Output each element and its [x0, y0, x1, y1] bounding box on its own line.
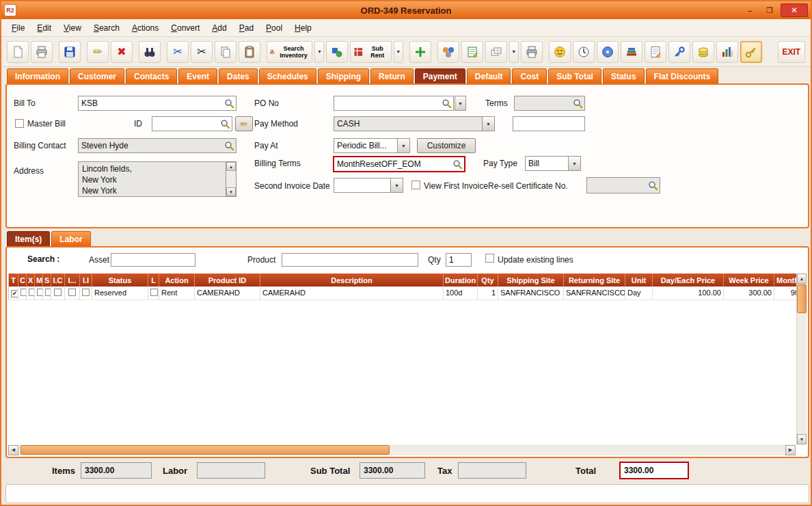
- terms-search-button[interactable]: [571, 96, 584, 110]
- sub-rent-button[interactable]: Sub Rent: [350, 41, 391, 63]
- bill-to-search-button[interactable]: [222, 96, 236, 110]
- history-button[interactable]: [573, 41, 595, 63]
- scroll-up-icon[interactable]: ▲: [226, 162, 236, 171]
- row-ic-checkbox[interactable]: [54, 289, 62, 296]
- grid-stack-button[interactable]: [485, 41, 507, 63]
- col-x[interactable]: X: [27, 274, 35, 287]
- shapes-button[interactable]: [326, 41, 348, 63]
- row-product-id[interactable]: CAMERAHD: [195, 287, 260, 299]
- minimize-button[interactable]: –: [741, 4, 759, 16]
- col-description[interactable]: Description: [260, 274, 444, 287]
- row-t-checkbox[interactable]: ✔: [11, 290, 18, 297]
- menu-file[interactable]: File: [5, 21, 31, 35]
- scroll-right-icon[interactable]: ▶: [785, 445, 796, 455]
- search-inventory-dropdown[interactable]: ▼: [314, 41, 324, 63]
- master-bill-checkbox[interactable]: [15, 119, 24, 128]
- update-existing-lines-checkbox[interactable]: [485, 254, 494, 263]
- col-t[interactable]: T: [9, 274, 18, 287]
- tab-labor[interactable]: Labor: [51, 231, 90, 246]
- tab-default[interactable]: Default: [467, 68, 511, 83]
- col-c[interactable]: C: [18, 274, 27, 287]
- col-action[interactable]: Action: [159, 274, 195, 287]
- resell-certificate-input[interactable]: [587, 178, 646, 193]
- tab-items[interactable]: Item(s): [7, 231, 50, 246]
- menu-pad[interactable]: Pad: [233, 21, 260, 35]
- qty-input[interactable]: [446, 253, 472, 267]
- billing-contact-search-button[interactable]: [222, 139, 236, 152]
- menu-view[interactable]: View: [57, 21, 87, 35]
- cut-button[interactable]: ✂: [191, 41, 213, 63]
- row-shipping-site[interactable]: SANFRANCISCO: [498, 287, 564, 299]
- find-button[interactable]: [139, 41, 161, 63]
- po-no-dropdown[interactable]: ▼: [455, 96, 466, 111]
- scroll-down-icon[interactable]: ▼: [226, 187, 236, 196]
- col-day-each-price[interactable]: Day/Each Price: [653, 274, 724, 287]
- col-s[interactable]: S: [43, 274, 51, 287]
- table-row[interactable]: ✔ Reserved Rent CAMERAHD CAMERAHD 10: [9, 287, 800, 299]
- resell-certificate-search-button[interactable]: [646, 178, 660, 193]
- tax-field[interactable]: [458, 462, 526, 479]
- menu-actions[interactable]: Actions: [126, 21, 165, 35]
- paste-button[interactable]: [239, 41, 260, 63]
- id-edit-button[interactable]: ✏: [235, 116, 253, 131]
- address-scrollbar[interactable]: ▲ ▼: [226, 162, 236, 196]
- col-duration[interactable]: Duration: [444, 274, 478, 287]
- reports-button[interactable]: [621, 41, 642, 63]
- tab-status[interactable]: Status: [603, 68, 645, 83]
- col-idots[interactable]: I...: [65, 274, 80, 287]
- asset-input[interactable]: [111, 253, 195, 267]
- pool-button[interactable]: [437, 41, 459, 63]
- key-button[interactable]: [668, 41, 690, 63]
- col-product-id[interactable]: Product ID: [195, 274, 260, 287]
- dropdown-arrow-icon[interactable]: ▼: [482, 117, 494, 131]
- menu-help[interactable]: Help: [288, 21, 318, 35]
- row-qty[interactable]: 1: [478, 287, 498, 299]
- row-unit[interactable]: Day: [625, 287, 653, 299]
- id-search-button[interactable]: [218, 117, 232, 131]
- disc-button[interactable]: [597, 41, 619, 63]
- memo-button[interactable]: [645, 41, 666, 63]
- row-x-checkbox[interactable]: [29, 289, 35, 296]
- vertical-scroll-thumb[interactable]: [797, 284, 807, 313]
- row-month-price[interactable]: 90: [774, 287, 800, 299]
- col-week-price[interactable]: Week Price: [724, 274, 774, 287]
- new-button[interactable]: [7, 41, 29, 63]
- row-day-each-price[interactable]: 100.00: [653, 287, 724, 299]
- print-button[interactable]: [31, 41, 53, 63]
- copies-button[interactable]: [521, 41, 543, 63]
- col-l[interactable]: L: [148, 274, 159, 287]
- menu-edit[interactable]: Edit: [31, 21, 57, 35]
- pay-type-combo[interactable]: Bill ▼: [525, 156, 581, 171]
- close-button[interactable]: ✕: [781, 3, 808, 17]
- menu-search[interactable]: Search: [87, 21, 126, 35]
- dropdown-arrow-icon[interactable]: ▼: [397, 139, 409, 152]
- pay-method-combo[interactable]: CASH ▼: [334, 116, 495, 131]
- labor-total-field[interactable]: [197, 462, 265, 479]
- address-box[interactable]: Lincoln fields, New York New York ▲ ▼: [78, 161, 236, 197]
- customize-button[interactable]: Customize: [417, 138, 476, 153]
- row-c-checkbox[interactable]: [21, 289, 27, 296]
- product-input[interactable]: [282, 253, 418, 267]
- row-m-checkbox[interactable]: [37, 289, 43, 296]
- row-status[interactable]: Reserved: [92, 287, 148, 299]
- total-field[interactable]: [619, 462, 689, 479]
- col-unit[interactable]: Unit: [625, 274, 653, 287]
- tab-customer[interactable]: Customer: [70, 68, 124, 83]
- horizontal-scroll-thumb[interactable]: [21, 445, 390, 455]
- tab-shipping[interactable]: Shipping: [318, 68, 369, 83]
- menu-add[interactable]: Add: [206, 21, 232, 35]
- tab-payment[interactable]: Payment: [415, 68, 465, 83]
- pay-at-combo[interactable]: Periodic Bill... ▼: [334, 138, 410, 153]
- maximize-button[interactable]: ❐: [761, 4, 779, 16]
- items-total-field[interactable]: [81, 462, 152, 479]
- sub-rent-dropdown[interactable]: ▼: [394, 41, 403, 63]
- chart-button[interactable]: [716, 41, 738, 63]
- copy-button[interactable]: [215, 41, 236, 63]
- scroll-down-icon[interactable]: ▼: [797, 434, 807, 444]
- row-duration[interactable]: 100d: [444, 287, 478, 299]
- notes-button[interactable]: [461, 41, 483, 63]
- edit-button[interactable]: ✏: [87, 41, 109, 63]
- smiley-button[interactable]: [549, 41, 571, 63]
- billing-contact-input[interactable]: [79, 139, 222, 152]
- tab-dates[interactable]: Dates: [219, 68, 258, 83]
